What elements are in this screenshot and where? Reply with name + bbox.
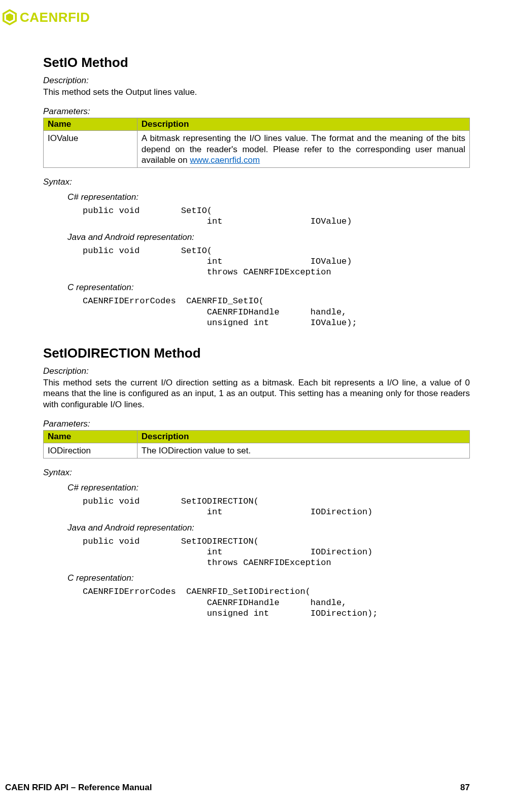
c-repr-label: C representation:	[67, 283, 470, 293]
java-signature: public void SetIO( int IOValue) throws C…	[83, 245, 470, 278]
csharp-repr-label: C# representation:	[67, 483, 470, 493]
param-header-name: Name	[44, 430, 138, 443]
description-label: Description:	[43, 366, 470, 376]
param-header-name: Name	[44, 118, 138, 131]
java-repr-label: Java and Android representation:	[67, 523, 470, 533]
java-signature: public void SetIODIRECTION( int IODirect…	[83, 536, 470, 569]
c-signature: CAENRFIDErrorCodes CAENRFID_SetIODirecti…	[83, 586, 470, 619]
param-header-desc: Description	[137, 430, 469, 443]
method-title-setio: SetIO Method	[43, 55, 470, 70]
java-repr-label: Java and Android representation:	[67, 232, 470, 242]
parameters-label: Parameters:	[43, 419, 470, 429]
method-title-setiodirection: SetIODIRECTION Method	[43, 345, 470, 361]
caenrfid-link[interactable]: www.caenrfid.com	[190, 155, 260, 165]
svg-marker-1	[6, 13, 13, 21]
description-text: This method sets the Output lines value.	[43, 87, 470, 97]
description-text: This method sets the current I/O directi…	[43, 377, 470, 410]
syntax-label: Syntax:	[43, 468, 470, 478]
parameters-table-setiodirection: Name Description IODirection The IODirec…	[43, 430, 470, 458]
param-desc-cell: The IODirection value to set.	[137, 443, 469, 458]
param-name-cell: IOValue	[44, 131, 138, 168]
syntax-label: Syntax:	[43, 177, 470, 187]
footer-page-number: 87	[460, 783, 470, 793]
description-label: Description:	[43, 76, 470, 86]
header-logo: CAENRFID	[3, 9, 470, 25]
logo-text: CAENRFID	[20, 10, 90, 25]
csharp-repr-label: C# representation:	[67, 192, 470, 202]
csharp-signature: public void SetIODIRECTION( int IODirect…	[83, 496, 470, 518]
c-signature: CAENRFIDErrorCodes CAENRFID_SetIO( CAENR…	[83, 296, 470, 328]
param-desc-cell: A bitmask representing the I/O lines val…	[137, 131, 469, 168]
footer-title: CAEN RFID API – Reference Manual	[5, 783, 152, 793]
parameters-label: Parameters:	[43, 107, 470, 117]
param-name-cell: IODirection	[44, 443, 138, 458]
csharp-signature: public void SetIO( int IOValue)	[83, 205, 470, 227]
c-repr-label: C representation:	[67, 573, 470, 583]
page-footer: CAEN RFID API – Reference Manual 87	[5, 783, 470, 793]
param-header-desc: Description	[137, 118, 469, 131]
logo-hexagon-icon	[3, 9, 17, 25]
parameters-table-setio: Name Description IOValue A bitmask repre…	[43, 118, 470, 168]
